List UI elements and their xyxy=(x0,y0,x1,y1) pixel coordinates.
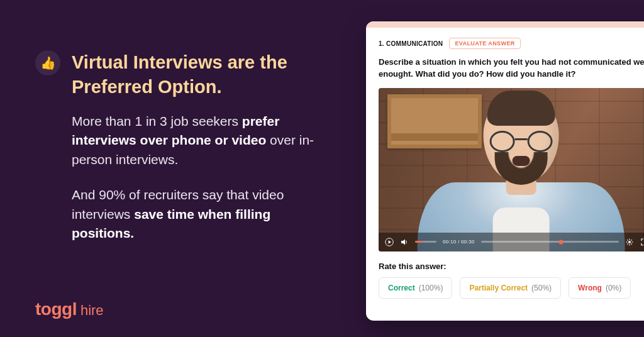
rate-partial-pct: (50%) xyxy=(531,284,552,292)
rate-correct-label: Correct xyxy=(388,284,415,292)
volume-slider[interactable] xyxy=(415,241,436,243)
answer-video-player[interactable]: 00:10 / 00:30 xyxy=(379,88,644,251)
video-timecode: 00:10 / 00:30 xyxy=(443,239,475,245)
rate-wrong-label: Wrong xyxy=(578,284,602,292)
body-copy: More than 1 in 3 job seekers prefer inte… xyxy=(72,112,330,260)
thumbs-up-glyph: 👍 xyxy=(40,55,56,70)
svg-point-3 xyxy=(628,241,631,243)
volume-icon[interactable] xyxy=(400,238,409,246)
video-person xyxy=(418,101,625,251)
rate-partial-label: Partially Correct xyxy=(469,284,528,292)
svg-line-10 xyxy=(627,243,628,244)
rate-correct-button[interactable]: Correct (100%) xyxy=(379,277,452,299)
svg-line-8 xyxy=(627,240,628,240)
card-accent-bar xyxy=(366,21,644,28)
rate-wrong-button[interactable]: Wrong (0%) xyxy=(569,277,631,299)
rate-answer-label: Rate this answer: xyxy=(379,262,644,271)
settings-icon[interactable] xyxy=(625,238,634,246)
rate-partial-button[interactable]: Partially Correct (50%) xyxy=(460,277,561,299)
fullscreen-icon[interactable] xyxy=(640,238,644,246)
rate-correct-pct: (100%) xyxy=(419,284,443,292)
rating-buttons-row: Correct (100%) Partially Correct (50%) W… xyxy=(379,277,644,299)
progress-handle-icon[interactable] xyxy=(558,240,563,244)
question-text: Describe a situation in which you felt y… xyxy=(379,57,644,80)
paragraph-2: And 90% of recruiters say that video int… xyxy=(72,185,330,243)
logo-toggl: toggl xyxy=(35,299,77,319)
svg-line-11 xyxy=(631,240,631,240)
headline: Virtual Interviews are the Preferred Opt… xyxy=(72,50,336,99)
video-progress-bar[interactable] xyxy=(481,241,619,243)
evaluate-answer-badge[interactable]: EVALUATE ANSWER xyxy=(449,38,520,49)
play-icon[interactable] xyxy=(385,238,394,246)
svg-marker-1 xyxy=(389,240,391,244)
rate-wrong-pct: (0%) xyxy=(606,284,621,292)
svg-line-9 xyxy=(631,243,631,244)
svg-marker-2 xyxy=(401,239,405,245)
question-meta-row: 1. COMMUNICATION EVALUATE ANSWER xyxy=(379,38,644,49)
question-category-label: 1. COMMUNICATION xyxy=(379,40,443,47)
paragraph-1: More than 1 in 3 job seekers prefer inte… xyxy=(72,112,330,169)
thumbs-up-icon: 👍 xyxy=(35,50,60,75)
brand-logo: toggl hire xyxy=(35,299,104,319)
evaluation-card: 1. COMMUNICATION EVALUATE ANSWER Describ… xyxy=(366,21,644,321)
p1-lead: More than 1 in 3 job seekers xyxy=(72,114,242,128)
video-controls: 00:10 / 00:30 xyxy=(379,233,644,251)
logo-hire: hire xyxy=(80,302,104,319)
